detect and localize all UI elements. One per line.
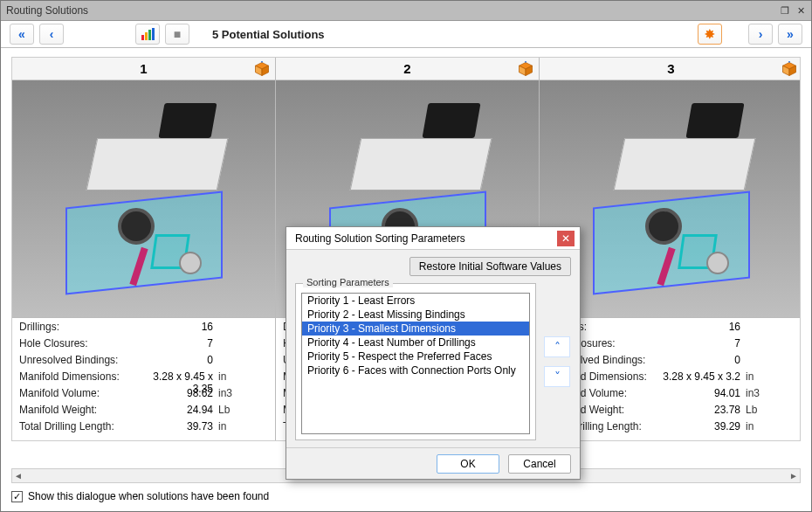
close-icon[interactable]: ✕: [795, 5, 806, 16]
move-up-button[interactable]: ˄: [544, 336, 570, 357]
bars-icon: [141, 28, 155, 40]
priority-listbox[interactable]: Priority 1 - Least ErrorsPriority 2 - Le…: [301, 293, 530, 434]
stat-value: 16: [134, 321, 218, 333]
stat-row: Manifold Volume: 94.01 in3: [547, 387, 795, 404]
stat-value: 0: [662, 354, 746, 366]
stat-label: Manifold Dimensions:: [19, 370, 134, 383]
next-button[interactable]: ›: [748, 24, 773, 45]
stat-row: Total Drilling Length: 39.73 in: [19, 420, 268, 437]
stat-row: Manifold Dimensions: 3.28 x 9.45 x 3.2 i…: [547, 370, 795, 387]
restore-defaults-button[interactable]: Restore Initial Software Values: [409, 257, 571, 276]
card-number: 1: [140, 61, 147, 76]
ok-button[interactable]: OK: [437, 454, 499, 474]
stat-unit: in: [746, 420, 767, 432]
stat-label: Unresolved Bindings:: [19, 354, 134, 366]
priority-list-item[interactable]: Priority 5 - Respect the Preferred Faces: [302, 349, 529, 363]
show-dialogue-checkbox[interactable]: ✓: [11, 491, 23, 502]
stat-value: 98.62: [134, 387, 218, 399]
stat-row: Unresolved Bindings: 0: [19, 354, 268, 370]
stat-value: 7: [134, 337, 218, 349]
stat-unit: in: [218, 370, 239, 383]
cancel-button[interactable]: Cancel: [508, 454, 571, 474]
stat-label: Total Drilling Length:: [19, 420, 134, 432]
last-button[interactable]: »: [778, 24, 802, 45]
stat-value: 3.28 x 9.45 x 3.2: [662, 370, 746, 383]
card-number: 2: [403, 61, 410, 76]
sorting-parameters-legend: Sorting Parameters: [303, 277, 393, 287]
stat-row: Total Drilling Length: 39.29 in: [547, 420, 795, 437]
stat-label: Hole Closures:: [19, 337, 134, 349]
stat-label: Manifold Volume:: [19, 387, 134, 399]
routing-solutions-window: Routing Solutions ❐ ✕ « ‹ ■ 5 Potential …: [0, 0, 812, 512]
stat-value: 24.94: [134, 404, 218, 416]
stats-panel: Drillings: 16 Hole Closures: 7 Unresolve…: [12, 317, 275, 440]
orientation-cube-icon[interactable]: [781, 61, 797, 77]
stat-unit: in3: [218, 387, 239, 399]
priority-list-item[interactable]: Priority 1 - Least Errors: [302, 294, 529, 308]
stat-value: 94.01: [662, 387, 746, 399]
card-number: 3: [667, 61, 674, 76]
stat-row: Manifold Weight: 24.94 Lb: [19, 404, 268, 420]
stat-unit: Lb: [218, 404, 239, 416]
orientation-cube-icon[interactable]: [254, 61, 270, 77]
stop-button[interactable]: ■: [165, 24, 189, 45]
stat-row: Drillings: 16: [19, 321, 268, 337]
window-title: Routing Solutions: [6, 4, 88, 17]
stat-row: Hole Closures: 7: [19, 337, 268, 354]
stat-row: Drillings: 16: [547, 321, 795, 337]
card-header: 1: [12, 58, 275, 80]
headline: 5 Potential Solutions: [212, 28, 325, 41]
stat-row: Manifold Dimensions: 3.28 x 9.45 x 3.35 …: [19, 370, 268, 387]
dialog-title: Routing Solution Sorting Parameters: [295, 232, 465, 245]
stat-label: Drillings:: [19, 321, 134, 333]
scroll-right-icon[interactable]: ►: [789, 471, 798, 481]
card-header: 2: [276, 58, 539, 80]
stat-value: 23.78: [662, 404, 746, 416]
stat-row: Unresolved Bindings: 0: [547, 354, 795, 370]
stat-value: 0: [134, 354, 218, 366]
sort-chart-button[interactable]: [135, 24, 160, 45]
viewport-3d[interactable]: [12, 80, 275, 317]
first-button[interactable]: «: [10, 24, 34, 45]
stat-unit: in: [746, 370, 767, 383]
show-dialogue-label: Show this dialogue when solutions have b…: [28, 490, 269, 502]
orientation-cube-icon[interactable]: [518, 61, 533, 77]
card-header: 3: [540, 58, 801, 80]
assembly-illustration: [57, 103, 231, 295]
priority-list-item[interactable]: Priority 2 - Least Missing Bindings: [302, 308, 529, 322]
stat-row: Hole Closures: 7: [547, 337, 795, 354]
dialog-close-button[interactable]: ✕: [557, 231, 575, 246]
stat-row: Manifold Weight: 23.78 Lb: [547, 404, 795, 420]
move-down-button[interactable]: ˅: [544, 366, 570, 387]
priority-list-item[interactable]: Priority 3 - Smallest Dimensions: [302, 322, 529, 336]
stat-label: Manifold Weight:: [19, 404, 134, 416]
titlebar: Routing Solutions ❐ ✕: [1, 1, 811, 20]
prev-button[interactable]: ‹: [39, 24, 64, 45]
scroll-left-icon[interactable]: ◄: [14, 471, 23, 481]
sorting-parameters-dialog: Routing Solution Sorting Parameters ✕ Re…: [286, 226, 581, 480]
solution-card: 1 Drillings: 16 Hole Closures: 7: [12, 58, 276, 440]
assembly-illustration: [584, 103, 759, 295]
stat-row: Manifold Volume: 98.62 in3: [19, 387, 268, 404]
stat-value: 16: [662, 321, 746, 333]
stat-unit: in3: [746, 387, 767, 399]
priority-list-item[interactable]: Priority 4 - Least Number of Drillings: [302, 336, 529, 349]
settings-button[interactable]: ✸: [698, 24, 722, 45]
priority-list-item[interactable]: Priority 6 - Faces with Connection Ports…: [302, 363, 529, 377]
restore-icon[interactable]: ❐: [780, 5, 790, 16]
stat-unit: Lb: [746, 404, 767, 416]
toolbar: « ‹ ■ 5 Potential Solutions ✸ › »: [1, 20, 811, 48]
stat-value: 39.29: [662, 420, 746, 432]
stat-value: 7: [662, 337, 746, 349]
stat-value: 39.73: [134, 420, 218, 432]
stat-unit: in: [218, 420, 239, 432]
